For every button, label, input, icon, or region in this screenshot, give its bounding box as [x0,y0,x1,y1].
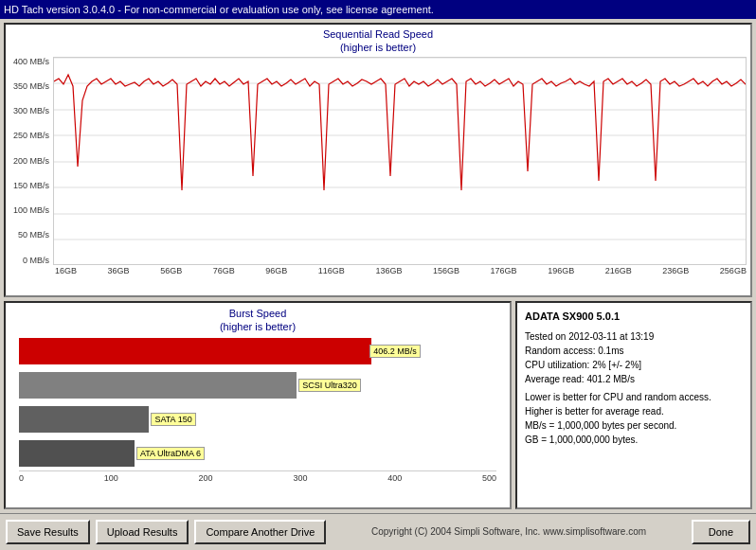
seq-chart-title: Sequential Read Speed (higher is better) [6,25,750,55]
y-label-100: 100 MB/s [6,205,49,215]
y-label-400: 400 MB/s [6,57,49,66]
y-label-250: 250 MB/s [6,131,49,140]
x-axis-labels: 16GB36GB56GB76GB96GB 116GB136GB156GB176G… [55,266,747,275]
info-line-3: CPU utilization: 2% [+/- 2%] [525,358,743,372]
info-line-2: Random access: 0.1ms [525,344,743,358]
bottom-bar: Save Results Upload Results Compare Anot… [0,513,756,549]
burst-label-drive: 406.2 MB/s [369,345,421,358]
info-line-1: Tested on 2012-03-11 at 13:19 [525,329,743,344]
copyright-text: Copyright (C) 2004 Simpli Software, Inc.… [332,526,685,537]
info-line-8: GB = 1,000,000,000 bytes. [525,433,743,447]
upload-results-button[interactable]: Upload Results [96,520,189,544]
done-button[interactable]: Done [692,520,750,544]
y-label-50: 50 MB/s [6,230,49,240]
seq-chart-svg [53,57,747,265]
y-label-0: 0 MB/s [6,256,49,265]
info-title: ADATA SX900 5.0.1 [525,309,743,326]
burst-bar-drive [19,338,371,364]
compare-drive-button[interactable]: Compare Another Drive [194,520,326,544]
burst-panel: Burst Speed (higher is better) 406.2 MB/… [4,301,512,509]
y-label-350: 350 MB/s [6,81,49,91]
burst-label-sata: SATA 150 [151,413,195,426]
burst-label-scsi: SCSI Ultra320 [298,379,361,392]
title-bar-text: HD Tach version 3.0.4.0 - For non-commer… [4,4,434,15]
y-label-300: 300 MB/s [6,106,49,115]
info-line-7: MB/s = 1,000,000 bytes per second. [525,418,743,433]
info-line-4: Average read: 401.2 MB/s [525,372,743,386]
y-label-150: 150 MB/s [6,181,49,190]
bottom-section: Burst Speed (higher is better) 406.2 MB/… [4,301,752,509]
burst-label-ata: ATA UltraDMA 6 [136,447,205,460]
info-line-5: Lower is better for CPU and random acces… [525,390,743,404]
burst-bar-sata [19,406,149,433]
burst-x-axis: 0100200300400500 [19,470,496,483]
burst-bar-scsi [19,372,297,399]
burst-chart-title: Burst Speed (higher is better) [9,307,506,334]
y-label-200: 200 MB/s [6,156,49,166]
info-panel: ADATA SX900 5.0.1 Tested on 2012-03-11 a… [515,301,752,509]
burst-bar-ata [19,440,135,467]
info-line-6: Higher is better for average read. [525,404,743,418]
seq-chart-panel: Sequential Read Speed (higher is better) [4,23,752,297]
save-results-button[interactable]: Save Results [6,520,90,544]
